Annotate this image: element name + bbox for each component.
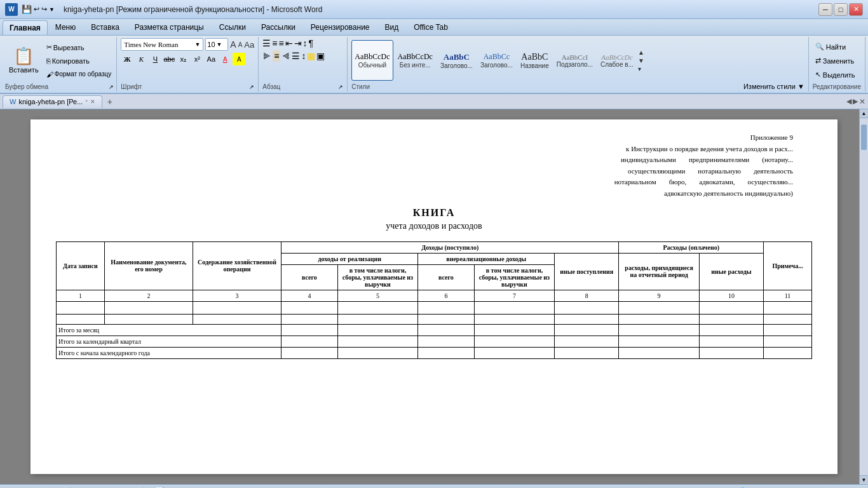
tab-bar: W kniga-yheta-pn [Ре... * ✕ + ◀ ▶ ✕ [0,94,868,109]
styles-scroll-down-icon[interactable]: ▼ [638,57,644,64]
multilevel-list-icon[interactable]: ≡ [278,38,283,48]
paragraph-expand-icon[interactable]: ↗ [338,84,343,90]
minimize-button[interactable]: ─ [818,3,832,16]
style-heading2-button[interactable]: AaBbCc Заголово... [477,40,516,81]
font-name-box[interactable]: Times New Roman ▼ [121,38,203,51]
undo-icon[interactable]: ↩ [34,5,39,13]
paragraph-group: ☰ ≡ ≡ ⇤ ⇥ ↕ ¶ ⫸ ≡ ⫷ ☰ ↕ ▦ ▣ Абзац ↗ [259,37,348,92]
paste-button[interactable]: 📋 Вставить [5,38,43,83]
strikethrough-button[interactable]: abc [163,53,175,65]
maximize-button[interactable]: □ [834,3,848,16]
subscript-button[interactable]: x₂ [177,53,189,65]
decrease-font-icon[interactable]: A [238,41,243,48]
save-icon[interactable]: 💾 [22,4,32,14]
main-table: Дата записи Наименование документа, его … [56,241,812,359]
bullet-list-icon[interactable]: ☰ [262,38,271,48]
align-right-icon[interactable]: ⫷ [281,51,290,61]
tab-mailings[interactable]: Рассылки [254,19,303,35]
tab-insert[interactable]: Вставка [83,19,127,35]
bold-button[interactable]: Ж [121,53,133,65]
tab-office-tab[interactable]: Office Tab [406,19,456,35]
clipboard-expand-icon[interactable]: ↗ [109,84,114,90]
col-date-header: Дата записи [57,241,105,290]
replace-icon: ⇄ [815,57,821,65]
col-content-header: Содержание хозяйственной операции [193,241,281,290]
border-icon[interactable]: ▣ [316,51,325,61]
style-title-button[interactable]: AaBbC Название [517,40,552,81]
change-styles-button[interactable]: Изменить стили ▼ [743,83,804,90]
col-sale-tax-header: в том числе налоги, сборы, уплачиваемые … [337,264,417,290]
col-sale-total-header: всего [281,264,338,290]
doc-tab-close-icon[interactable]: ✕ [90,98,95,105]
tab-scroll-left-icon[interactable]: ◀ [846,97,851,105]
font-size-box[interactable]: 10 ▼ [205,38,228,51]
tab-page-layout[interactable]: Разметка страницы [127,19,212,35]
clipboard-group: 📋 Вставить ✂Вырезать ⎘Копировать 🖌Формат… [3,37,117,92]
styles-scroll-up-icon[interactable]: ▲ [638,49,644,56]
increase-font-icon[interactable]: A [230,39,236,50]
col-nonreal-income-header: внереализационные доходы [418,253,555,264]
tab-home[interactable]: Главная [3,20,48,35]
change-case-button[interactable]: Аа [205,53,217,65]
close-button[interactable]: ✕ [849,3,863,16]
font-dropdown-icon[interactable]: ▼ [194,41,200,48]
customize-icon[interactable]: ▼ [49,6,55,13]
decrease-indent-icon[interactable]: ⇤ [285,38,293,48]
sort-icon[interactable]: ↕ [303,38,308,48]
highlight-button[interactable]: A [233,53,245,65]
scrollbar-thumb[interactable] [861,125,867,150]
shading-icon[interactable]: ▦ [307,51,315,61]
editing-group: 🔍 Найти ⇄ Заменить ↖ Выделить Редактиров… [809,37,865,92]
styles-more-icon[interactable]: ▾ [638,65,644,72]
tab-scroll-right-icon[interactable]: ▶ [853,97,858,105]
numbered-list-icon[interactable]: ≡ [272,38,277,48]
italic-button[interactable]: К [135,53,147,65]
replace-button[interactable]: ⇄ Заменить [813,55,861,67]
tab-review[interactable]: Рецензирование [303,19,377,35]
font-group-expand-icon[interactable]: ↗ [249,84,254,90]
format-painter-button[interactable]: 🖌Формат по образцу [44,68,114,81]
style-subtitle-button[interactable]: AaBbCcI Подзаголо... [553,40,596,81]
tab-close-icon[interactable]: ✕ [859,97,865,106]
find-button[interactable]: 🔍 Найти [813,41,861,53]
justify-icon[interactable]: ☰ [292,51,300,61]
align-center-icon[interactable]: ≡ [273,50,280,62]
status-bar: Страница: 1 из 1 Число слов: 100 📝 Русск… [0,484,868,488]
underline-button[interactable]: Ч [149,53,161,65]
scissors-icon: ✂ [46,43,52,51]
col-period-expense-header: расходы, приходящиеся на отчетный период [619,253,699,290]
style-weak-button[interactable]: AaBbCcDc Слабое в... [597,40,637,81]
redo-icon[interactable]: ↪ [41,5,47,13]
title-text: kniga-yheta-pn [Режим ограниченной функц… [64,5,322,14]
style-heading1-button[interactable]: AaBbC Заголово... [437,40,476,81]
fontsize-dropdown-icon[interactable]: ▼ [217,41,222,48]
copy-button[interactable]: ⎘Копировать [44,55,114,67]
scrollbar-up-button[interactable]: ▲ [860,109,868,118]
word-icon: W [5,3,18,16]
increase-indent-icon[interactable]: ⇥ [294,38,302,48]
style-normal-button[interactable]: AaBbCcDc Обычный [351,40,393,81]
col-income-header: Доходы (поступило) [281,241,619,253]
tab-view[interactable]: Вид [377,19,407,35]
tab-references[interactable]: Ссылки [212,19,254,35]
title-bar: W 💾 ↩ ↪ ▼ kniga-yheta-pn [Режим ограниче… [0,0,868,19]
document-tab[interactable]: W kniga-yheta-pn [Ре... * ✕ [3,95,102,108]
line-spacing-icon[interactable]: ↕ [301,51,306,61]
select-button[interactable]: ↖ Выделить [813,69,861,81]
tab-menu[interactable]: Меню [48,19,83,35]
paste-icon: 📋 [13,46,34,66]
copy-icon: ⎘ [46,57,51,65]
title-bar-left: W 💾 ↩ ↪ ▼ kniga-yheta-pn [Режим ограниче… [5,3,322,16]
show-hide-icon[interactable]: ¶ [309,38,314,48]
column-numbers-row: 1 2 3 4 5 6 7 8 9 10 11 [57,290,812,301]
col-expense-header: Расходы (оплачено) [619,241,764,253]
align-left-icon[interactable]: ⫸ [262,51,271,61]
styles-group: AaBbCcDc Обычный AaBbCcDc Без инте... Aa… [348,37,809,92]
new-tab-button[interactable]: + [104,95,116,108]
clear-format-icon[interactable]: Aa [244,40,254,50]
superscript-button[interactable]: x² [191,53,203,65]
cut-button[interactable]: ✂Вырезать [44,41,114,54]
style-no-interval-button[interactable]: AaBbCcDc Без инте... [395,40,436,81]
scrollbar-down-button[interactable]: ▼ [860,475,868,484]
font-color-button[interactable]: А [219,53,231,65]
